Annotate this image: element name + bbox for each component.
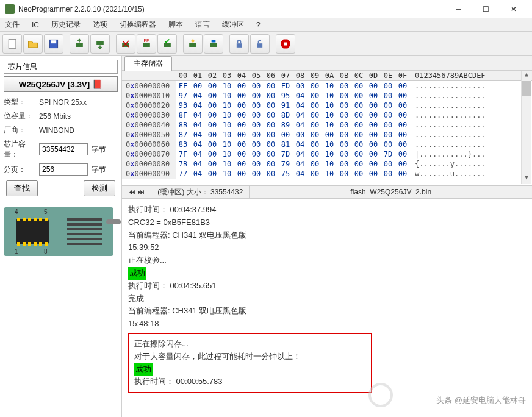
log-panel[interactable]: 执行时间： 00:04:37.994 CRC32 = 0xB5FE81B3 当前… <box>122 199 532 417</box>
menu-switch-programmer[interactable]: 切换编程器 <box>117 18 159 31</box>
log-line: 对于大容量闪存，此过程可能耗时一分钟以上！ <box>134 351 366 363</box>
menu-file[interactable]: 文件 <box>2 18 22 31</box>
chip-info-title: 芯片信息 <box>4 60 118 74</box>
menu-buffer[interactable]: 缓冲区 <box>220 18 246 31</box>
window-title: NeoProgrammer 2.2.0.10 (2021/10/15) <box>18 5 445 13</box>
buffer-size-label: (缓冲区) 大小： <box>157 187 208 198</box>
svg-rect-2 <box>51 40 56 43</box>
title-bar: NeoProgrammer 2.2.0.10 (2021/10/15) ─ ☐ … <box>0 0 532 18</box>
socket-diagram: 4 5 1 8 <box>4 207 113 256</box>
unlock-button[interactable] <box>250 34 270 54</box>
toolbar: FF <box>0 32 532 56</box>
chip-size-label: 芯片容量： <box>4 139 39 160</box>
svg-point-10 <box>192 39 195 42</box>
page-input[interactable] <box>39 163 88 176</box>
log-success: 成功 <box>128 267 146 280</box>
svg-rect-11 <box>210 43 217 47</box>
capacity-bits-label: 位容量： <box>4 111 39 121</box>
auto-button[interactable] <box>204 34 223 54</box>
left-panel: 芯片信息 W25Q256JV [3.3V] 📕 类型：SPI NOR 25xx … <box>0 56 122 417</box>
menu-history[interactable]: 历史记录 <box>49 18 83 31</box>
svg-rect-3 <box>76 43 83 47</box>
svg-rect-15 <box>284 42 287 45</box>
save-button[interactable] <box>44 34 63 54</box>
log-line: 正在校验... <box>128 254 526 267</box>
log-line: 正在擦除闪存... <box>134 338 366 351</box>
svg-rect-6 <box>143 43 150 47</box>
chip-size-unit: 字节 <box>92 144 106 155</box>
pdf-icon: 📕 <box>92 79 102 89</box>
log-line: 执行时间： 00:04:35.651 <box>128 280 526 293</box>
detect-button[interactable]: 检测 <box>84 180 115 196</box>
type-value: SPI NOR 25xx <box>39 98 87 107</box>
menu-bar: 文件 IC 历史记录 选项 切换编程器 脚本 语言 缓冲区 ? <box>0 18 532 32</box>
close-button[interactable]: ✕ <box>500 0 527 18</box>
chip-select-button[interactable]: W25Q256JV [3.3V] 📕 <box>4 76 118 92</box>
menu-ic[interactable]: IC <box>29 20 41 30</box>
menu-script[interactable]: 脚本 <box>166 18 185 31</box>
svg-rect-9 <box>189 43 196 47</box>
log-line: 完成 <box>128 293 526 305</box>
log-success: 成功 <box>134 363 153 376</box>
find-button[interactable]: 查找 <box>6 180 38 196</box>
page-unit: 字节 <box>92 165 106 175</box>
open-button[interactable] <box>23 34 43 54</box>
right-panel: 主存储器 000102030405060708090A0B0C0D0E0F012… <box>122 56 532 417</box>
filename: flash_W25Q256JV_2.bin <box>350 188 431 196</box>
log-highlight-box: 正在擦除闪存... 对于大容量闪存，此过程可能耗时一分钟以上！ 成功 执行时间：… <box>128 333 372 393</box>
log-line: 15:39:52 <box>128 241 526 254</box>
vendor-value: WINBOND <box>39 126 74 135</box>
svg-rect-4 <box>96 41 104 45</box>
chip-size-input[interactable] <box>39 143 88 155</box>
log-line: 当前编程器: CH341 双电压黑色版 <box>128 229 526 242</box>
new-button[interactable] <box>2 34 22 54</box>
maximize-button[interactable]: ☐ <box>472 0 500 18</box>
svg-rect-8 <box>164 43 171 47</box>
svg-rect-12 <box>237 43 242 48</box>
nav-first-icon[interactable]: ⏮ <box>128 188 135 196</box>
vendor-label: 厂商： <box>4 125 39 135</box>
log-line: 当前编程器: CH341 双电压黑色版 <box>128 305 526 318</box>
stop-button[interactable] <box>276 34 295 54</box>
write-button[interactable] <box>90 34 110 54</box>
read-button[interactable] <box>70 34 89 54</box>
chip-name: W25Q256JV [3.3V] <box>19 80 90 89</box>
buffer-size-value: 33554432 <box>210 188 243 196</box>
menu-language[interactable]: 语言 <box>193 18 212 31</box>
svg-rect-13 <box>257 43 262 48</box>
type-label: 类型： <box>4 97 39 107</box>
nav-last-icon[interactable]: ⏭ <box>137 188 145 196</box>
hex-scrollbar[interactable]: ▲▼ <box>521 71 531 184</box>
verify-button[interactable] <box>157 34 177 54</box>
svg-rect-0 <box>9 39 16 48</box>
minimize-button[interactable]: ─ <box>445 0 472 18</box>
blank-check-button[interactable]: FF <box>137 34 156 54</box>
menu-help[interactable]: ? <box>254 20 263 30</box>
svg-text:FF: FF <box>143 38 149 43</box>
tab-main-memory[interactable]: 主存储器 <box>124 56 172 71</box>
lock-button[interactable] <box>229 34 249 54</box>
tab-strip: 主存储器 <box>122 56 532 71</box>
app-icon <box>5 4 15 14</box>
log-line: CRC32 = 0xB5FE81B3 <box>128 216 526 229</box>
program-button[interactable] <box>183 34 203 54</box>
erase-button[interactable] <box>116 34 135 54</box>
capacity-bits-value: 256 Mbits <box>39 112 71 121</box>
log-line: 执行时间： 00:04:37.994 <box>128 204 526 216</box>
log-line: 执行时间： 00:00:55.783 <box>134 376 366 388</box>
page-label: 分页： <box>4 165 39 175</box>
status-bar: ⏮ ⏭ (缓冲区) 大小： 33554432 flash_W25Q256JV_2… <box>122 185 532 199</box>
menu-options[interactable]: 选项 <box>90 18 110 31</box>
log-line: 15:48:18 <box>128 318 526 330</box>
hex-editor[interactable]: 000102030405060708090A0B0C0D0E0F01234567… <box>122 71 532 185</box>
